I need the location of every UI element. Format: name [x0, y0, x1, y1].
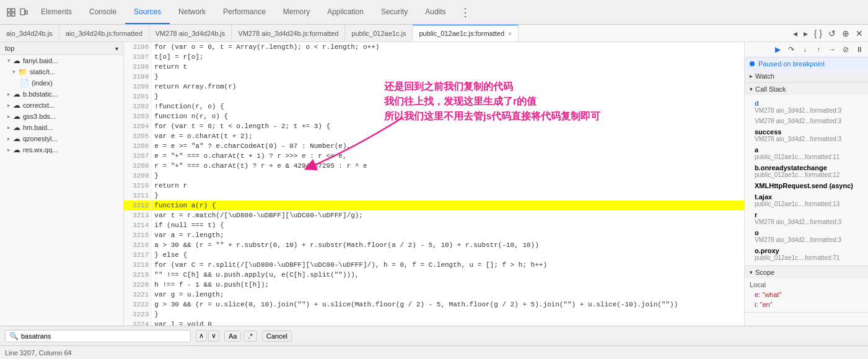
table-row: 3197 t[o] = r[o];	[124, 52, 744, 62]
line-code[interactable]: return r	[152, 181, 744, 191]
scope-header[interactable]: ▾ Scope	[745, 266, 868, 279]
sidebar-item-reswx[interactable]: ▸ ☁ res.wx.qq...	[0, 144, 123, 155]
line-code[interactable]: h !== f - 1 && u.push(t[h]);	[152, 280, 744, 290]
file-tab-3[interactable]: VM278 aio_3d4d24b.js:formatted	[232, 25, 345, 41]
tab-scroll-right-icon[interactable]: ▸	[801, 27, 810, 40]
tab-scroll-left-icon[interactable]: ◂	[791, 27, 800, 40]
deactivate-button[interactable]: ⊘	[840, 43, 852, 56]
resume-button[interactable]: ▶	[771, 43, 784, 56]
cancel-search-button[interactable]: Cancel	[262, 331, 292, 342]
line-code[interactable]: r = "+" === o.charAt(t) ? r + e & 429496…	[152, 161, 744, 171]
code-editor[interactable]: 还是回到之前我们复制的代码 我们往上找，发现这里生成了r的值 所以我们这里不用去…	[124, 42, 744, 326]
callstack-item-5[interactable]: XMLHttpRequest.send (async)	[750, 180, 863, 191]
watch-header[interactable]: ▸ Watch	[745, 70, 868, 82]
sidebar-item-qzonestyl[interactable]: ▸ ☁ qzonestyl...	[0, 133, 123, 144]
line-code[interactable]: }	[152, 309, 744, 319]
line-code[interactable]: var a = r.length;	[152, 230, 744, 240]
line-code[interactable]: var e = o.charAt(t + 2);	[152, 131, 744, 141]
file-tab-2[interactable]: VM278 aio_3d4d24b.js	[149, 25, 232, 41]
line-number: 3201	[124, 92, 152, 102]
nav-down-button[interactable]: ∨	[208, 330, 219, 342]
line-code[interactable]: if (null === t) {	[152, 220, 744, 230]
line-code[interactable]: } else {	[152, 250, 744, 260]
step-into-button[interactable]: ↓	[799, 43, 811, 56]
line-code[interactable]: "" !== C[h] && u.push.apply(u, e(C[h].sp…	[152, 270, 744, 280]
step-button[interactable]: →	[826, 43, 838, 56]
callstack-item-0[interactable]: d VM278 aio_3d4d2...formatted:3	[750, 98, 863, 116]
callstack-item-7[interactable]: r VM278 aio_3d4d2...formatted:3	[750, 209, 863, 227]
sidebar-header: top ▾	[0, 42, 123, 55]
line-code[interactable]: e = "+" === o.charAt(t + 1) ? r >>> e : …	[152, 151, 744, 161]
tab-close-all-icon[interactable]: ✕	[853, 27, 866, 40]
sidebar-item-index[interactable]: 📄 (index)	[0, 77, 123, 89]
tab-performance[interactable]: Performance	[214, 0, 274, 24]
callstack-item-9[interactable]: o.proxy public_012ae1c....formatted:71	[750, 245, 863, 263]
regex-button[interactable]: .*	[243, 331, 256, 342]
tab-elements[interactable]: Elements	[32, 0, 81, 24]
line-code[interactable]: g > 30 && (r = u.slice(0, 10).join("") +…	[152, 300, 744, 309]
tab-refresh-icon[interactable]: ↺	[826, 27, 838, 40]
step-out-button[interactable]: ↑	[812, 43, 825, 56]
tab-application[interactable]: Application	[318, 0, 372, 24]
line-code[interactable]: for (var o = 0, t = Array(r.length); o <…	[152, 42, 744, 52]
callstack-header[interactable]: ▾ Call Stack	[745, 83, 868, 95]
line-code[interactable]: e = e >= "a" ? e.charCodeAt(0) - 87 : Nu…	[152, 141, 744, 151]
line-code[interactable]: a > 30 && (r = "" + r.substr(0, 10) + r.…	[152, 240, 744, 250]
file-tab-label-1: aio_3d4d24b.js:formatted	[66, 30, 142, 37]
step-over-button[interactable]: ↷	[785, 43, 797, 56]
scope-item-i[interactable]: i: "en"	[750, 300, 863, 309]
tab-audits[interactable]: Audits	[416, 0, 454, 24]
file-tab-4[interactable]: public_012ae1c.js	[345, 25, 413, 41]
tab-network[interactable]: Network	[170, 0, 214, 24]
line-code[interactable]: t[o] = r[o];	[152, 52, 744, 62]
match-case-button[interactable]: Aa	[224, 331, 241, 342]
callstack-item-8[interactable]: o VM278 aio_3d4d2...formatted:3	[750, 227, 863, 245]
line-code[interactable]: return t	[152, 62, 744, 72]
svg-rect-1	[12, 9, 15, 12]
sidebar-item-static[interactable]: ▾ 📁 static/t...	[0, 66, 123, 77]
callstack-fn-2: success	[755, 128, 858, 136]
line-code[interactable]: var g = u.length;	[152, 290, 744, 300]
file-tabs-actions: ◂ ▸ { } ↺ ⊕ ✕	[788, 27, 868, 40]
line-code[interactable]: var l = void 0	[152, 319, 744, 326]
sidebar-item-hm[interactable]: ▸ ☁ hm.baid...	[0, 122, 123, 133]
line-code[interactable]: function a(r) {	[152, 201, 744, 210]
tab-more-icon[interactable]: ⊕	[840, 27, 852, 40]
callstack-item-2[interactable]: success VM278 aio_3d4d2...formatted:3	[750, 126, 863, 144]
sidebar-item-gss3[interactable]: ▸ ☁ gss3.bds...	[0, 111, 123, 122]
tab-format-icon[interactable]: { }	[812, 27, 825, 40]
arrow-icon: ▾	[7, 58, 11, 64]
tab-security[interactable]: Security	[372, 0, 416, 24]
line-number: 3200	[124, 82, 152, 92]
status-bar: Line 3207, Column 64	[0, 345, 868, 359]
file-tab-0[interactable]: aio_3d4d24b.js	[0, 25, 59, 41]
pause-exceptions-button[interactable]: ⏸	[853, 43, 866, 56]
tab-console[interactable]: Console	[81, 0, 125, 24]
callstack-item-3[interactable]: a public_012ae1c....formatted:11	[750, 144, 863, 162]
device-icon[interactable]	[19, 7, 28, 17]
search-input[interactable]	[21, 332, 186, 340]
line-code[interactable]: for (var C = r.split(/[\uD800-\uDBFF][\u…	[152, 260, 744, 270]
line-code[interactable]: }	[152, 171, 744, 181]
sidebar-expand-icon[interactable]: ▾	[115, 45, 118, 52]
line-code[interactable]: }	[152, 191, 744, 201]
scope-item-e[interactable]: e: "what"	[750, 290, 863, 300]
sidebar-item-correctxt[interactable]: ▸ ☁ correctxt...	[0, 100, 123, 111]
tab-sources[interactable]: Sources	[125, 0, 170, 24]
tab-memory[interactable]: Memory	[274, 0, 318, 24]
scope-local-label: Local	[750, 281, 863, 288]
sidebar-item-fanyi[interactable]: ▾ ☁ fanyi.baid...	[0, 55, 123, 66]
callstack-item-6[interactable]: t.ajax public_012ae1c....formatted:13	[750, 191, 863, 209]
inspect-icon[interactable]	[6, 7, 16, 17]
more-tabs-button[interactable]: ⋮	[455, 0, 476, 25]
sidebar-item-bdstatic[interactable]: ▸ ☁ b.bdstatic...	[0, 89, 123, 100]
file-tab-5[interactable]: public_012ae1c.js:formatted ×	[413, 25, 518, 41]
file-tab-1[interactable]: aio_3d4d24b.js:formatted	[59, 25, 149, 41]
table-row: 3216 a > 30 && (r = "" + r.substr(0, 10)…	[124, 240, 744, 250]
nav-up-button[interactable]: ∧	[196, 330, 207, 342]
callstack-item-4[interactable]: b.onreadystatechange public_012ae1c....f…	[750, 162, 863, 180]
line-code[interactable]: var t = r.match(/[\uD800-\uDBFF][\uDC00-…	[152, 210, 744, 220]
callstack-item-1[interactable]: VM278 aio_3d4d2...formatted:3	[750, 116, 863, 126]
file-tab-close-5[interactable]: ×	[508, 30, 512, 37]
search-box[interactable]: 🔍	[5, 330, 191, 342]
